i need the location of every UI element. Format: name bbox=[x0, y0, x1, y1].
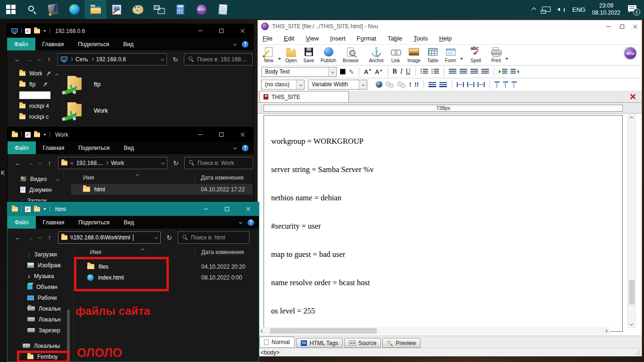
address-bar[interactable]: « 192.168.... Work bbox=[58, 157, 167, 169]
menu-format[interactable]: Format bbox=[357, 35, 376, 42]
new-folder-icon[interactable] bbox=[34, 132, 40, 137]
start-button[interactable] bbox=[0, 0, 21, 19]
help-icon[interactable] bbox=[242, 145, 248, 151]
increase-font-button[interactable]: A▲ bbox=[375, 68, 382, 75]
breadcrumb-current[interactable]: Work bbox=[111, 160, 124, 166]
new-button[interactable]: New bbox=[260, 46, 277, 63]
column-name[interactable]: Имя bbox=[83, 174, 94, 181]
close-button[interactable] bbox=[238, 202, 259, 216]
tab-home[interactable]: Главная bbox=[36, 216, 72, 229]
column-date[interactable]: Дата изменения bbox=[201, 174, 243, 181]
close-button[interactable] bbox=[232, 128, 253, 141]
maximize-button[interactable] bbox=[615, 20, 628, 33]
h-spacing-icon-1[interactable] bbox=[457, 82, 464, 87]
paragraph-style-select[interactable]: Body Text bbox=[261, 67, 337, 77]
ribbon-expand-icon[interactable] bbox=[233, 146, 237, 149]
column-name[interactable]: Имя bbox=[90, 249, 101, 255]
ribbon-expand-icon[interactable] bbox=[233, 42, 237, 46]
tab-preview[interactable]: Preview bbox=[382, 338, 421, 348]
address-bar[interactable]: Сеть 192.168.0.6 bbox=[58, 53, 167, 66]
line-spacing-icon-2[interactable] bbox=[439, 82, 447, 87]
chevron-down-icon[interactable] bbox=[43, 30, 46, 32]
breadcrumb-current[interactable]: 192.168.0.6 bbox=[96, 56, 126, 63]
strong-emphasis-icon[interactable]: !! bbox=[414, 81, 419, 88]
close-button[interactable] bbox=[232, 24, 253, 38]
form-dropdown-icon[interactable] bbox=[460, 58, 463, 60]
sidebar-item-downloads[interactable]: Загрузк bbox=[8, 195, 63, 202]
sidebar-item-local-disk-c[interactable]: Локальн bbox=[8, 303, 70, 314]
up-button[interactable] bbox=[45, 56, 53, 63]
taskbar-edge-button[interactable] bbox=[64, 0, 85, 19]
bold-button[interactable]: B bbox=[393, 68, 397, 75]
tab-view[interactable]: Вид bbox=[116, 38, 140, 50]
file-item-work[interactable]: Work bbox=[65, 98, 108, 123]
v-spacing-icon-2[interactable] bbox=[503, 82, 508, 88]
sidebar-item-local-disk-d[interactable]: Локальн bbox=[8, 314, 70, 325]
chevron-down-icon[interactable] bbox=[43, 208, 46, 210]
file-row-html[interactable]: html 04.10.2022 17:22 bbox=[71, 184, 253, 195]
taskbar-search-button[interactable] bbox=[21, 0, 42, 19]
open-button[interactable]: Open bbox=[282, 46, 300, 63]
recent-locations-icon[interactable] bbox=[38, 161, 41, 165]
table-button[interactable]: Table bbox=[424, 46, 442, 63]
bring-forward-icon[interactable] bbox=[386, 82, 394, 88]
chevron-down-icon[interactable] bbox=[43, 134, 46, 136]
sidebar-scroll-up[interactable] bbox=[56, 70, 58, 78]
menu-tools[interactable]: Tools bbox=[413, 35, 428, 42]
sort-indicator-icon[interactable] bbox=[141, 246, 144, 253]
ribbon-expand-icon[interactable] bbox=[239, 221, 242, 224]
refresh-button[interactable] bbox=[172, 56, 179, 63]
search-box[interactable]: Поиск в: html bbox=[178, 231, 249, 244]
breadcrumb-root[interactable]: 192.168.... bbox=[76, 160, 103, 166]
recent-locations-icon[interactable] bbox=[38, 236, 41, 239]
tray-volume-button[interactable] bbox=[554, 0, 569, 19]
sidebar-item-work[interactable]: Work bbox=[7, 68, 62, 79]
minimize-button[interactable] bbox=[602, 20, 615, 33]
forward-button[interactable] bbox=[26, 159, 34, 167]
absolute-position-icon[interactable] bbox=[376, 81, 382, 88]
maximize-button[interactable] bbox=[211, 128, 232, 141]
back-button[interactable] bbox=[14, 159, 22, 167]
emphasis-icon[interactable]: ! bbox=[409, 81, 411, 88]
send-backward-icon[interactable] bbox=[397, 82, 406, 88]
menu-edit[interactable]: Edit bbox=[284, 35, 294, 42]
sidebar-scroll-up[interactable] bbox=[57, 175, 59, 184]
tab-share[interactable]: Поделиться bbox=[71, 141, 116, 154]
menu-table[interactable]: Table bbox=[388, 35, 402, 42]
form-button[interactable]: Form bbox=[442, 46, 459, 63]
refresh-button[interactable] bbox=[172, 159, 180, 167]
address-input-value[interactable]: \\192.168.0.6\Work\html bbox=[70, 234, 130, 241]
address-bar-edit[interactable]: \\192.168.0.6\Work\html bbox=[58, 231, 161, 244]
title-bar[interactable]: 192.168.0.6 bbox=[7, 24, 253, 38]
document-text[interactable]: workgroup = WORKGROUP server string = Sa… bbox=[264, 115, 622, 336]
scroll-right-icon[interactable] bbox=[604, 329, 608, 332]
indent-icon[interactable] bbox=[499, 69, 507, 74]
tab-share[interactable]: Поделиться bbox=[71, 38, 116, 50]
taskbar-notepad-button[interactable] bbox=[212, 0, 233, 19]
image-button[interactable]: Image bbox=[404, 46, 424, 63]
title-bar[interactable]: html bbox=[8, 202, 259, 216]
horizontal-scrollbar[interactable] bbox=[259, 327, 610, 335]
address-dropdown-icon[interactable] bbox=[161, 58, 164, 61]
tab-html-tags[interactable]: HTML Tags bbox=[296, 338, 343, 348]
align-left-icon[interactable] bbox=[449, 69, 456, 74]
spell-button[interactable]: Spell bbox=[467, 46, 485, 63]
sidebar-item-ftp[interactable]: ftp bbox=[7, 79, 62, 90]
print-dropdown-icon[interactable] bbox=[505, 58, 508, 60]
taskbar-calculator-button[interactable] bbox=[170, 0, 191, 19]
sidebar-item-downloads[interactable]: Загрузки bbox=[8, 249, 70, 260]
taskbar-paint-button[interactable] bbox=[106, 0, 127, 19]
sidebar-item-desktop[interactable]: Рабочи bbox=[8, 292, 70, 303]
menu-insert[interactable]: Insert bbox=[330, 35, 346, 42]
tab-normal[interactable]: Normal bbox=[259, 337, 295, 348]
menu-file[interactable]: File bbox=[263, 35, 272, 42]
recent-locations-icon[interactable] bbox=[38, 58, 41, 61]
maximize-button[interactable] bbox=[211, 24, 232, 38]
align-center-icon[interactable] bbox=[460, 69, 467, 74]
scroll-left-icon[interactable] bbox=[261, 329, 264, 332]
vertical-scroll-thumb[interactable] bbox=[629, 280, 635, 304]
minimize-button[interactable] bbox=[190, 128, 211, 141]
search-box[interactable]: Поиск в: 192.168.... bbox=[184, 53, 253, 66]
h-spacing-icon-2[interactable] bbox=[467, 82, 474, 87]
tray-clock[interactable]: 23:09 08.10.2022 bbox=[589, 0, 624, 19]
